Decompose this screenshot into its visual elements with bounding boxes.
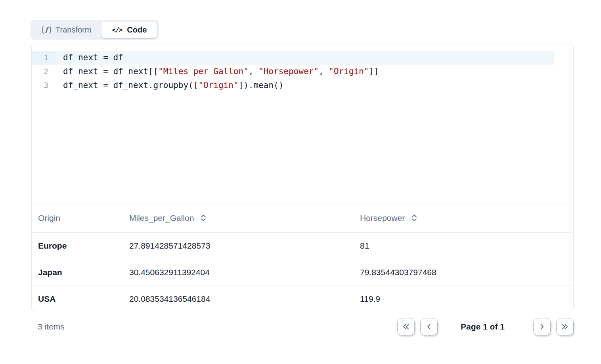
code-line[interactable]: 3df_next = df_next.groupby(["Origin"]).m…: [32, 79, 573, 92]
tab-transform[interactable]: ƒ Transform: [32, 22, 101, 38]
column-header-horsepower: Horsepower: [354, 213, 573, 223]
tab-code[interactable]: </> Code: [101, 22, 157, 38]
code-text: df_next = df: [57, 51, 555, 65]
first-page-button[interactable]: [397, 318, 415, 335]
code-token: ,: [249, 67, 258, 76]
code-token: df_next = df_next.groupby([: [63, 80, 198, 90]
table-cell: Europe: [32, 241, 123, 251]
code-text: df_next = df_next[["Miles_per_Gallon", "…: [57, 65, 555, 79]
function-icon: ƒ: [42, 26, 51, 34]
column-label: Miles_per_Gallon: [129, 213, 194, 223]
sort-control[interactable]: Horsepower: [360, 213, 573, 223]
table-row: Japan30.45063291139240479.83544303797468: [32, 259, 573, 285]
page-indicator: Page 1 of 1: [438, 322, 528, 331]
code-token: ]]: [369, 67, 379, 76]
previous-page-button[interactable]: [420, 318, 438, 335]
line-number: 2: [32, 65, 57, 79]
code-editor[interactable]: 1df_next = df2df_next = df_next[["Miles_…: [32, 44, 573, 203]
table-row: USA20.083534136546184119.9: [32, 285, 573, 312]
chevron-left-icon: [426, 324, 432, 330]
code-string-token: "Miles_per_Gallon": [158, 67, 249, 76]
code-token: df_next = df: [63, 53, 123, 62]
sort-control[interactable]: Miles_per_Gallon: [129, 213, 354, 223]
column-label: Horsepower: [360, 213, 405, 223]
table-cell: 79.83544303797468: [354, 268, 573, 277]
data-table: Origin Miles_per_Gallon Horsepower: [32, 203, 573, 312]
tab-transform-label: Transform: [56, 25, 91, 34]
code-token: ]).mean(): [239, 80, 284, 90]
pagination: Page 1 of 1: [392, 318, 574, 335]
line-number: 1: [32, 51, 57, 65]
code-line[interactable]: 2df_next = df_next[["Miles_per_Gallon", …: [32, 65, 573, 79]
tab-code-label: Code: [127, 25, 147, 34]
code-line[interactable]: 1df_next = df: [32, 51, 573, 65]
table-body: Europe27.89142857142857381Japan30.450632…: [32, 232, 573, 312]
table-cell: 20.083534136546184: [123, 294, 354, 304]
double-chevron-right-icon: [561, 324, 569, 330]
sort-updown-icon: [200, 214, 207, 222]
column-header-miles-per-gallon: Miles_per_Gallon: [123, 213, 354, 223]
double-chevron-left-icon: [402, 324, 410, 330]
line-number: 3: [32, 79, 57, 92]
code-string-token: "Origin": [198, 80, 238, 90]
code-string-token: "Origin": [329, 67, 369, 76]
code-token: ,: [319, 67, 329, 76]
column-header-origin: Origin: [32, 213, 123, 223]
code-panel: 1df_next = df2df_next = df_next[["Miles_…: [31, 44, 574, 312]
table-cell: 81: [354, 241, 573, 251]
chevron-right-icon: [539, 324, 545, 330]
table-row: Europe27.89142857142857381: [32, 232, 573, 259]
code-string-token: "Horsepower": [258, 67, 319, 76]
view-tabbar: ƒ Transform </> Code: [30, 20, 159, 40]
table-cell: 119.9: [354, 294, 573, 304]
table-cell: 30.450632911392404: [123, 268, 354, 277]
code-icon: </>: [112, 26, 122, 34]
sort-updown-icon: [411, 214, 417, 222]
table-cell: USA: [32, 294, 123, 304]
data-wrangler-widget: ƒ Transform </> Code 1df_next = df2df_ne…: [0, 0, 601, 364]
next-page-button[interactable]: [533, 318, 551, 335]
table-header: Origin Miles_per_Gallon Horsepower: [32, 203, 573, 232]
last-page-button[interactable]: [556, 318, 574, 335]
column-label: Origin: [38, 213, 60, 222]
code-token: df_next = df_next[[: [63, 67, 158, 76]
code-text: df_next = df_next.groupby(["Origin"]).me…: [57, 79, 555, 92]
table-cell: 27.891428571428573: [123, 241, 354, 251]
items-count: 3 items: [31, 322, 65, 331]
table-cell: Japan: [32, 268, 123, 277]
table-footer: 3 items Page 1 of 1: [31, 318, 574, 336]
